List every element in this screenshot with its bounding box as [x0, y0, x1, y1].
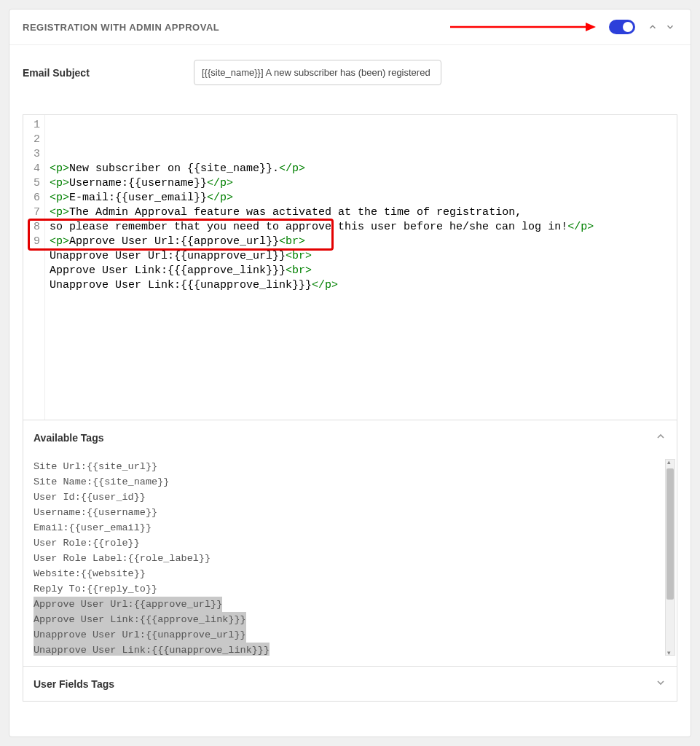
collapse-up-icon[interactable] [645, 20, 660, 34]
user-fields-tags-header[interactable]: User Fields Tags [23, 667, 677, 701]
collapse-down-icon[interactable] [663, 20, 677, 34]
scrollbar[interactable] [665, 459, 675, 656]
user-fields-tags-title: User Fields Tags [34, 678, 114, 690]
available-tags-title: Available Tags [34, 432, 103, 444]
enable-toggle[interactable] [609, 20, 635, 34]
panel-header: REGISTRATION WITH ADMIN APPROVAL [9, 9, 691, 45]
settings-panel: REGISTRATION WITH ADMIN APPROVAL Email S… [9, 9, 691, 737]
available-tags-section: Available Tags Site Url:{{site_url}}Site… [23, 420, 677, 667]
chevron-up-icon [655, 431, 666, 444]
scrollbar-thumb[interactable] [666, 468, 674, 600]
email-subject-row: Email Subject [23, 60, 677, 85]
available-tags-body: Site Url:{{site_url}}Site Name:{{site_na… [23, 455, 677, 666]
tags-list[interactable]: Site Url:{{site_url}}Site Name:{{site_na… [34, 459, 666, 656]
panel-title: REGISTRATION WITH ADMIN APPROVAL [23, 22, 609, 33]
available-tags-header[interactable]: Available Tags [23, 420, 677, 455]
user-fields-tags-section: User Fields Tags [23, 667, 677, 702]
email-body-editor[interactable]: 123456789 <p>New subscriber on {{site_na… [23, 114, 677, 420]
chevron-down-icon [655, 677, 666, 691]
panel-body: Email Subject 123456789 <p>New subscribe… [9, 45, 691, 737]
email-subject-label: Email Subject [23, 67, 194, 79]
line-gutter: 123456789 [23, 115, 45, 420]
code-content[interactable]: <p>New subscriber on {{site_name}}.</p><… [45, 115, 677, 420]
email-subject-input[interactable] [194, 60, 441, 85]
